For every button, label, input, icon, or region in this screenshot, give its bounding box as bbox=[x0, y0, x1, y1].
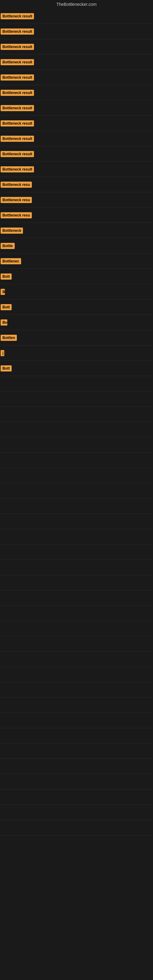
empty-row bbox=[0, 499, 153, 514]
bottleneck-badge[interactable]: Bottleneck result bbox=[1, 136, 34, 142]
bottleneck-badge[interactable]: B bbox=[1, 289, 5, 295]
bottleneck-badge[interactable]: Bott bbox=[1, 304, 12, 310]
empty-row bbox=[0, 606, 153, 621]
list-item: Bott bbox=[0, 299, 153, 315]
list-item: Bottleneck result bbox=[0, 100, 153, 116]
list-item: Bottleneck result bbox=[0, 131, 153, 146]
list-item: Bott bbox=[0, 361, 153, 376]
empty-row bbox=[0, 529, 153, 544]
empty-row bbox=[0, 514, 153, 529]
list-item: Bottleneck bbox=[0, 223, 153, 238]
list-item: | bbox=[0, 345, 153, 361]
list-item: Bottleneck result bbox=[0, 54, 153, 70]
bottleneck-badge[interactable]: Bottleneck result bbox=[1, 75, 34, 81]
empty-row bbox=[0, 422, 153, 438]
list-item: Bottleneck resu bbox=[0, 177, 153, 192]
bottleneck-badge[interactable]: Bottleneck result bbox=[1, 105, 34, 111]
bottleneck-badge[interactable]: Bo bbox=[1, 320, 7, 326]
list-item: Bottleneck result bbox=[0, 146, 153, 162]
empty-row bbox=[0, 636, 153, 652]
list-item: Bo bbox=[0, 315, 153, 330]
empty-row bbox=[0, 667, 153, 682]
empty-row bbox=[0, 759, 153, 774]
empty-row bbox=[0, 544, 153, 560]
bottleneck-badge[interactable]: Bottleneck resu bbox=[1, 197, 32, 203]
list-item: Bottleneck result bbox=[0, 70, 153, 85]
bottleneck-badge[interactable]: Bottlenec bbox=[1, 258, 21, 264]
list-item: Bottleneck result bbox=[0, 162, 153, 177]
empty-row bbox=[0, 560, 153, 575]
empty-row bbox=[0, 468, 153, 483]
empty-row bbox=[0, 805, 153, 820]
bottleneck-badge[interactable]: Bottleneck resu bbox=[1, 181, 32, 188]
bottleneck-badge[interactable]: Bottleneck result bbox=[1, 166, 34, 172]
empty-row bbox=[0, 438, 153, 453]
bottleneck-badge[interactable]: Bott bbox=[1, 274, 12, 280]
empty-row bbox=[0, 483, 153, 499]
empty-row bbox=[0, 820, 153, 835]
bottleneck-badge[interactable]: Bottleneck result bbox=[1, 151, 34, 157]
list-item: Bottleneck resu bbox=[0, 208, 153, 223]
empty-row bbox=[0, 744, 153, 759]
empty-row bbox=[0, 652, 153, 667]
list-item: Bottleneck result bbox=[0, 24, 153, 39]
bottleneck-badge[interactable]: Bottle bbox=[1, 243, 15, 249]
empty-row bbox=[0, 453, 153, 468]
empty-row bbox=[0, 682, 153, 698]
bottleneck-badge[interactable]: Bott bbox=[1, 365, 12, 371]
empty-row bbox=[0, 407, 153, 422]
empty-row bbox=[0, 774, 153, 789]
bottleneck-badge[interactable]: | bbox=[1, 350, 4, 356]
list-item: Bottle bbox=[0, 238, 153, 254]
bottleneck-badge[interactable]: Bottleneck result bbox=[1, 29, 34, 35]
bottleneck-badge[interactable]: Bottleneck result bbox=[1, 13, 34, 19]
empty-row bbox=[0, 391, 153, 407]
bottleneck-badge[interactable]: Bottleneck result bbox=[1, 90, 34, 96]
empty-row bbox=[0, 728, 153, 744]
empty-row bbox=[0, 376, 153, 391]
empty-row bbox=[0, 698, 153, 713]
empty-row bbox=[0, 713, 153, 728]
list-item: Bottleneck result bbox=[0, 9, 153, 24]
badge-list: Bottleneck resultBottleneck resultBottle… bbox=[0, 9, 153, 835]
empty-row bbox=[0, 621, 153, 636]
empty-row bbox=[0, 590, 153, 606]
list-item: Bottleneck resu bbox=[0, 192, 153, 208]
list-item: Bottlen bbox=[0, 330, 153, 345]
list-item: Bottleneck result bbox=[0, 39, 153, 54]
site-header: TheBottlenecker.com bbox=[0, 0, 153, 9]
site-title: TheBottlenecker.com bbox=[0, 0, 153, 9]
bottleneck-badge[interactable]: Bottlen bbox=[1, 335, 17, 341]
empty-row bbox=[0, 789, 153, 805]
list-item: Bott bbox=[0, 269, 153, 284]
bottleneck-badge[interactable]: Bottleneck bbox=[1, 228, 23, 234]
bottleneck-badge[interactable]: Bottleneck resu bbox=[1, 212, 32, 218]
list-item: Bottleneck result bbox=[0, 85, 153, 100]
bottleneck-badge[interactable]: Bottleneck result bbox=[1, 59, 34, 65]
list-item: B bbox=[0, 284, 153, 299]
bottleneck-badge[interactable]: Bottleneck result bbox=[1, 44, 34, 50]
list-item: Bottlenec bbox=[0, 254, 153, 269]
empty-row bbox=[0, 575, 153, 590]
list-item: Bottleneck result bbox=[0, 116, 153, 131]
bottleneck-badge[interactable]: Bottleneck result bbox=[1, 120, 34, 126]
